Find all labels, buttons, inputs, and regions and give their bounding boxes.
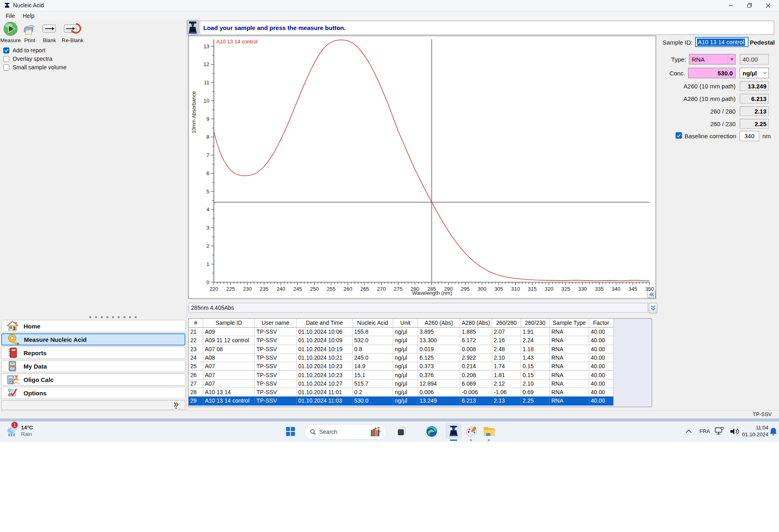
table-cell[interactable]: 0.69	[521, 388, 550, 397]
table-cell[interactable]: TP-SSV	[255, 397, 297, 405]
menu-file[interactable]: File	[3, 12, 17, 19]
table-cell[interactable]: RNA	[550, 380, 589, 388]
reblank-button[interactable]: Re-Blank	[59, 21, 86, 43]
search-highlight-books-icon[interactable]	[369, 427, 382, 437]
network-icon[interactable]	[714, 427, 725, 436]
table-cell[interactable]: 0.006	[418, 388, 460, 397]
table-header-a280-abs-[interactable]: A280 (Abs)	[460, 319, 492, 328]
table-cell[interactable]: 515.7	[353, 380, 393, 388]
table-cell[interactable]: 1.91	[521, 328, 550, 336]
table-cell[interactable]: 0.8	[353, 345, 393, 354]
table-cell[interactable]: ng/µl	[393, 380, 418, 388]
table-cell[interactable]: 27	[189, 380, 203, 388]
type-select-arrow-icon[interactable]	[728, 54, 735, 64]
tray-language[interactable]: FRA	[699, 428, 710, 434]
table-cell[interactable]: ng/µl	[393, 388, 418, 397]
table-cell[interactable]: 0.15	[521, 362, 550, 371]
table-cell[interactable]: 24	[189, 354, 203, 362]
table-cell[interactable]: 29	[189, 397, 203, 405]
table-cell[interactable]: 6.172	[460, 336, 492, 345]
table-cell[interactable]: RNA	[550, 354, 589, 362]
table-cell[interactable]: TP-SSV	[255, 354, 297, 362]
table-cell[interactable]: 01.10.2024 10:23	[297, 371, 353, 380]
search-input[interactable]: Search	[305, 424, 387, 440]
table-cell[interactable]: RNA	[550, 362, 589, 371]
table-cell[interactable]: 2.10	[521, 380, 550, 388]
table-cell[interactable]: A10 13 14	[203, 388, 255, 397]
table-cell[interactable]: 245.0	[353, 354, 393, 362]
table-cell[interactable]: 2.24	[521, 336, 550, 345]
table-header-factor[interactable]: Factor	[589, 319, 613, 328]
table-cell[interactable]: 26	[189, 371, 203, 380]
table-cell[interactable]: 22	[189, 336, 203, 345]
table-cell[interactable]: A07	[203, 380, 255, 388]
task-view-icon[interactable]	[396, 426, 408, 437]
table-cell[interactable]: 3.895	[418, 328, 460, 336]
table-cell[interactable]: 01.10.2024 11:01	[297, 388, 353, 397]
table-cell[interactable]: -1.06	[492, 388, 521, 397]
sidebar-item-reports[interactable]: Reports	[1, 347, 185, 359]
table-cell[interactable]: 2.10	[492, 354, 521, 362]
table-cell[interactable]: 40.00	[589, 328, 613, 336]
table-cell[interactable]: 15.1	[353, 371, 393, 380]
table-cell[interactable]: 13.300	[418, 336, 460, 345]
minimize-button[interactable]	[721, 0, 740, 11]
nanodrop-app-icon[interactable]	[448, 425, 459, 437]
table-cell[interactable]: A07 08	[203, 345, 255, 354]
table-header-sample-type[interactable]: Sample Type	[550, 319, 589, 328]
table-cell[interactable]: TP-SSV	[255, 362, 297, 371]
edge-icon[interactable]	[425, 425, 438, 438]
table-cell[interactable]: TP-SSV	[255, 388, 297, 397]
checkbox-overlay-spectra[interactable]: Overlay spectra	[3, 55, 52, 62]
checkbox-icon[interactable]	[3, 56, 9, 62]
table-cell[interactable]: 2.922	[460, 354, 492, 362]
notification-bell-icon[interactable]	[768, 427, 778, 436]
table-cell[interactable]: 01.10.2024 10:21	[297, 354, 353, 362]
table-cell[interactable]: 530.0	[353, 397, 393, 405]
table-cell[interactable]: A07	[203, 371, 255, 380]
table-header-sample-id[interactable]: Sample ID	[203, 319, 255, 328]
baseline-correction-checkbox[interactable]	[676, 132, 682, 139]
table-cell[interactable]: 40.00	[589, 397, 613, 405]
sidebar-splitter-handle[interactable]: ■ ■ ■ ■ ■ ■ ■ ■ ■	[61, 316, 166, 319]
paint-icon[interactable]	[465, 425, 478, 438]
table-cell[interactable]: ng/µl	[393, 371, 418, 380]
table-cell[interactable]: 0.019	[418, 345, 460, 354]
table-cell[interactable]: 6.069	[460, 380, 492, 388]
restore-button[interactable]	[740, 0, 759, 11]
unit-select-arrow-icon[interactable]	[763, 72, 767, 74]
table-cell[interactable]: 2.16	[492, 336, 521, 345]
tray-chevron-up-icon[interactable]	[684, 427, 693, 435]
table-cell[interactable]: TP-SSV	[255, 380, 297, 388]
sidebar-item-measure-nucleic-acid[interactable]: Measure Nucleic Acid	[1, 333, 185, 345]
table-cell[interactable]: RNA	[550, 345, 589, 354]
table-cell[interactable]: 2.13	[492, 397, 521, 405]
volume-icon[interactable]	[729, 427, 739, 436]
table-cell[interactable]: 2.25	[521, 397, 550, 405]
tray-clock[interactable]: 11:04 01.10.2024	[742, 424, 768, 438]
table-cell[interactable]: ng/µl	[393, 336, 418, 345]
table-cell[interactable]: TP-SSV	[255, 336, 297, 345]
type-factor-field[interactable]: 40.00	[740, 54, 769, 64]
table-cell[interactable]: RNA	[550, 328, 589, 336]
table-cell[interactable]: 01.10.2024 10:06	[297, 328, 353, 336]
file-explorer-icon[interactable]	[483, 425, 496, 438]
table-cell[interactable]: 01.10.2024 10:09	[297, 336, 353, 345]
table-cell[interactable]: 0.208	[460, 371, 492, 380]
table-cell[interactable]: ng/µl	[393, 345, 418, 354]
sample-id-input[interactable]: A10 13 14 control	[695, 37, 749, 47]
menu-help[interactable]: Help	[20, 12, 37, 19]
table-cell[interactable]: A07	[203, 362, 255, 371]
table-cell[interactable]: 40.00	[589, 371, 613, 380]
conc-input[interactable]: 530.0	[688, 68, 736, 78]
type-select[interactable]: RNA	[689, 54, 736, 64]
table-cell[interactable]: 0.008	[460, 345, 492, 354]
table-cell[interactable]: 13.249	[418, 397, 460, 405]
table-header--[interactable]: #	[189, 319, 203, 328]
measure-button[interactable]: Measure	[0, 21, 21, 43]
table-cell[interactable]: TP-SSV	[255, 371, 297, 380]
table-cell[interactable]: RNA	[550, 371, 589, 380]
table-cell[interactable]: ng/µl	[393, 397, 418, 405]
sidebar-item-home[interactable]: Home	[1, 320, 185, 332]
table-cell[interactable]: 2.12	[492, 380, 521, 388]
